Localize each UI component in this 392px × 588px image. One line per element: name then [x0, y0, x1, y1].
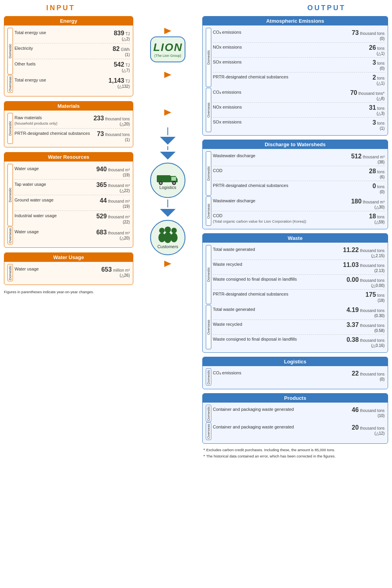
vline3 — [167, 200, 168, 207]
energy-right-arrow — [164, 28, 171, 34]
atm-co2-value: 73 thousand tons (0) — [352, 29, 385, 41]
down-arrow3 — [160, 209, 176, 217]
materials-content: Domestic Raw materials(household product… — [4, 111, 133, 147]
waste-recycled-row: Waste recycled 11.03 thousand tons (2.13… — [213, 260, 385, 275]
waste-overseas-landfill-label: Waste consigned to final disposal in lan… — [213, 336, 347, 342]
logistics-box: Logistics — [150, 163, 185, 198]
atm-sox-label: SOx emissions — [213, 59, 353, 65]
watersheds-overseas-group: Overseas Wastewater discharge 180 thousa… — [206, 196, 385, 226]
products-section: Products Domestic Container and packagin… — [202, 393, 388, 444]
logistics-domestic-label: Domestic — [206, 368, 211, 386]
materials-prtr-row: PRTR-designated chemical substances 73 t… — [15, 129, 130, 144]
watersheds-domestic-label: Domestic — [206, 151, 211, 196]
watersheds-prtr-row: PRTR-designated chemical substances 0 to… — [213, 181, 385, 196]
waterres-industrial-row: Industrial water usage 529 thousand m³ (… — [15, 211, 130, 226]
waste-total-label: Total waste generated — [213, 247, 343, 252]
water-usage-title: Water Usage — [4, 253, 133, 262]
water-usage-section: Water Usage Domestic Water usage 653 mil… — [4, 252, 133, 285]
watersheds-overseas-wastewater-label: Wastewater discharge — [213, 198, 351, 203]
watersheds-wastewater-label: Wastewater discharge — [213, 153, 351, 158]
input-header: INPUT — [46, 4, 75, 12]
watersheds-title: Discharge to Watersheds — [203, 140, 388, 149]
atm-overseas-co2-value: 70 thousand tons* (△8) — [350, 89, 385, 101]
materials-prtr-label: PRTR-designated chemical substances — [15, 131, 97, 136]
vline1 — [167, 127, 168, 135]
watersheds-section: Discharge to Watersheds Domestic Wastewa… — [202, 140, 388, 229]
energy-electricity-value: 82 GWh (1) — [98, 45, 130, 57]
waterres-domestic-group: Domestic Water usage 940 thousand m³ (19… — [7, 164, 130, 226]
truck-icon — [156, 171, 180, 185]
footnote-main: Figures in parentheses indicate year-on-… — [4, 290, 133, 294]
footnote-right: ＊Excludes carbon credit purchases. Inclu… — [202, 448, 388, 459]
products-overseas-container-label: Container and packaging waste generated — [213, 424, 352, 430]
atm-co2-row: CO₂ emissions 73 thousand tons (0) — [213, 28, 385, 43]
waste-overseas-recycled-value: 3.37 thousand tons (0.58) — [347, 321, 385, 333]
logistics-label: Logistics — [160, 185, 176, 190]
energy-otherfuels-row: Other fuels 542 TJ (△7) — [15, 59, 130, 74]
logistics-domestic-rows: CO₂ emissions 22 thousand tons (0) — [213, 368, 385, 386]
waterres-water-row: Water usage 940 thousand m³ (19) — [15, 164, 130, 180]
waterusage-value: 653 million m³ (△26) — [98, 266, 130, 278]
down-arrow2 — [160, 152, 176, 160]
watersheds-overseas-wastewater-row: Wastewater discharge 180 thousand m³ (△3… — [213, 196, 385, 211]
products-content: Domestic Container and packaging waste g… — [203, 403, 388, 443]
products-container-label: Container and packaging waste generated — [213, 407, 352, 412]
watersheds-overseas-cod-label: COD(Total organic carbon value for Lion … — [213, 213, 353, 224]
footnote-left: Figures in parentheses indicate year-on-… — [4, 290, 133, 294]
output-column: Atmospheric Emissions Domestic CO₂ emiss… — [202, 16, 388, 460]
waterres-overseas-group: Overseas Water usage 683 thousand m³ (△2… — [7, 227, 130, 245]
atm-sox-row: SOx emissions 3 tons (0) — [213, 58, 385, 73]
footnote-note2: ＊The historical data contained an error,… — [202, 454, 388, 459]
waste-prtr-label: PRTR-designated chemical substances — [213, 291, 353, 297]
water-resources-title: Water Resources — [4, 152, 133, 162]
svg-point-6 — [173, 182, 175, 184]
page-header: INPUT OUTPUT — [4, 4, 388, 12]
svg-point-12 — [171, 233, 178, 242]
waste-overseas-landfill-row: Waste consigned to final disposal in lan… — [213, 335, 385, 349]
energy-domestic-group: Domestic Total energy use 839 TJ (△2) — [7, 28, 130, 74]
atm-nox-label: NOx emissions — [213, 44, 353, 50]
atm-prtr-value: 2 tons (△1) — [353, 74, 385, 85]
atm-emissions-section: Atmospheric Emissions Domestic CO₂ emiss… — [202, 16, 388, 136]
energy-arrow-area — [164, 28, 171, 34]
watersheds-cod-row: COD 28 tons (6) — [213, 166, 385, 181]
waterres-ground-row: Ground water usage 44 thousand m³ (19) — [15, 195, 130, 211]
watersheds-overseas-label: Overseas — [206, 196, 211, 226]
products-domestic-rows: Container and packaging waste generated … — [213, 405, 385, 422]
atm-overseas-label: Overseas — [206, 88, 211, 132]
energy-total-label: Total energy use — [15, 30, 98, 35]
energy-domestic-rows: Total energy use 839 TJ (△2) Electricity — [15, 28, 130, 74]
materials-prtr-value: 73 thousand tons (1) — [97, 131, 130, 142]
atm-domestic-rows: CO₂ emissions 73 thousand tons (0) NOx e… — [213, 28, 385, 87]
waterusage-label: Water usage — [15, 266, 98, 272]
waterusage-row: Water usage 653 million m³ (△26) — [15, 264, 130, 279]
down-arrow1 — [160, 137, 176, 145]
waterres-domestic-rows: Water usage 940 thousand m³ (19) Tap wat… — [15, 164, 130, 226]
main-layout: Energy Domestic Total energy use 839 TJ … — [4, 16, 388, 460]
materials-domestic-label: Domestic — [7, 113, 13, 144]
water-resources-content: Domestic Water usage 940 thousand m³ (19… — [4, 162, 133, 248]
atm-sox-value: 3 tons (0) — [353, 59, 385, 71]
waste-overseas-total-label: Total waste generated — [213, 307, 347, 312]
energy-overseas-rows: Total energy use 1,143 TJ (△132) — [15, 75, 130, 93]
energy-total-value: 839 TJ (△2) — [98, 30, 130, 41]
output-header: OUTPUT — [307, 4, 346, 12]
waste-total-row: Total waste generated 11.22 thousand ton… — [213, 245, 385, 260]
energy-overseas-label: Overseas — [7, 75, 13, 93]
waste-overseas-total-value: 4.19 thousand tons (0.30) — [347, 307, 385, 318]
materials-rawmat-value: 233 thousand tons (△20) — [93, 115, 130, 126]
lion-text: LION — [153, 41, 182, 54]
svg-point-4 — [160, 182, 162, 184]
svg-point-7 — [159, 228, 165, 233]
atm-emissions-title: Atmospheric Emissions — [203, 16, 388, 25]
watersheds-prtr-label: PRTR-designated chemical substances — [213, 183, 353, 188]
atm-overseas-sox-value: 3 tons (1) — [353, 119, 385, 131]
watersheds-domestic-group: Domestic Wastewater discharge 512 thousa… — [206, 151, 385, 196]
waste-overseas-label: Overseas — [206, 305, 211, 349]
atm-overseas-group: Overseas CO₂ emissions 70 thousand tons*… — [206, 88, 385, 132]
waterres-overseas-label: Overseas — [7, 227, 13, 245]
products-overseas-container-row: Container and packaging waste generated … — [213, 423, 385, 437]
waste-domestic-group: Domestic Total waste generated 11.22 tho… — [206, 245, 385, 304]
customers-label: Customers — [157, 244, 178, 249]
waste-overseas-total-row: Total waste generated 4.19 thousand tons… — [213, 305, 385, 320]
